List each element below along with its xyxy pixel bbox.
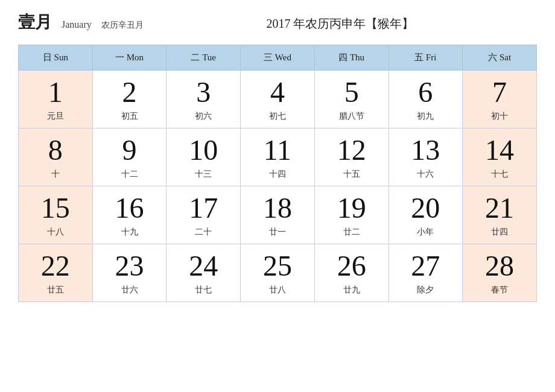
day-number-15: 15 (21, 192, 90, 224)
day-number-4: 4 (243, 77, 312, 109)
day-lunar-21: 廿四 (465, 227, 534, 238)
calendar-cell-14: 14十七 (463, 128, 537, 186)
day-lunar-2: 初五 (95, 111, 164, 122)
day-number-13: 13 (392, 134, 460, 166)
calendar-cell-23: 23廿六 (92, 244, 166, 302)
day-number-12: 12 (317, 134, 386, 166)
day-lunar-12: 十五 (317, 169, 386, 180)
lunar-month: 农历辛丑月 (101, 20, 144, 31)
day-lunar-10: 十三 (169, 169, 238, 180)
calendar-cell-10: 10十三 (166, 128, 241, 186)
calendar-cell-12: 12十五 (314, 128, 388, 186)
day-lunar-16: 十九 (95, 227, 164, 238)
day-number-26: 26 (317, 250, 386, 282)
weekday-header-sat: 六 Sat (463, 45, 537, 71)
day-lunar-3: 初六 (169, 111, 238, 122)
weekday-header-row: 日 Sun一 Mon二 Tue三 Wed四 Thu五 Fri六 Sat (19, 45, 537, 71)
day-lunar-14: 十七 (465, 169, 534, 180)
day-lunar-28: 春节 (465, 285, 534, 296)
day-number-1: 1 (21, 77, 90, 109)
day-lunar-13: 十六 (392, 169, 460, 180)
day-number-23: 23 (95, 250, 164, 282)
day-number-28: 28 (465, 250, 534, 282)
day-lunar-6: 初九 (392, 111, 460, 122)
weekday-header-wed: 三 Wed (241, 45, 315, 71)
day-lunar-24: 廿七 (169, 285, 238, 296)
calendar-page: 壹月 January 农历辛丑月 2017 年农历丙申年【猴年】 日 Sun一 … (0, 0, 555, 392)
calendar-cell-2: 2初五 (92, 71, 166, 128)
day-number-21: 21 (465, 192, 534, 224)
day-number-19: 19 (317, 192, 386, 224)
calendar-cell-25: 25廿八 (241, 244, 315, 302)
day-number-9: 9 (95, 134, 164, 166)
calendar-cell-24: 24廿七 (166, 244, 241, 302)
day-number-20: 20 (392, 192, 460, 224)
weekday-header-sun: 日 Sun (19, 45, 93, 71)
calendar-cell-19: 19廿二 (314, 186, 388, 244)
day-number-24: 24 (169, 250, 238, 282)
day-lunar-18: 廿一 (243, 227, 312, 238)
month-zh: 壹月 (18, 11, 52, 34)
year-info: 2017 年农历丙申年【猴年】 (266, 17, 414, 30)
weekday-header-fri: 五 Fri (388, 45, 463, 71)
calendar-cell-20: 20小年 (388, 186, 463, 244)
calendar-cell-28: 28春节 (463, 244, 537, 302)
day-number-17: 17 (169, 192, 238, 224)
calendar-cell-17: 17二十 (166, 186, 241, 244)
calendar-cell-27: 27除夕 (388, 244, 463, 302)
day-number-22: 22 (21, 250, 90, 282)
calendar-cell-8: 8十 (19, 128, 93, 186)
calendar-cell-5: 5腊八节 (314, 71, 388, 128)
day-number-3: 3 (169, 77, 238, 109)
calendar-cell-22: 22廿五 (19, 244, 93, 302)
day-number-25: 25 (243, 250, 312, 282)
calendar-cell-26: 26廿九 (314, 244, 388, 302)
week-row-1: 1元旦2初五3初六4初七5腊八节6初九7初十 (19, 71, 537, 128)
day-lunar-19: 廿二 (317, 227, 386, 238)
calendar-table: 日 Sun一 Mon二 Tue三 Wed四 Thu五 Fri六 Sat 1元旦2… (18, 45, 537, 302)
day-lunar-22: 廿五 (21, 285, 90, 296)
day-number-5: 5 (317, 77, 386, 109)
calendar-cell-9: 9十二 (92, 128, 166, 186)
day-lunar-8: 十 (21, 169, 90, 180)
day-lunar-17: 二十 (169, 227, 238, 238)
day-lunar-11: 十四 (243, 169, 312, 180)
day-lunar-15: 十八 (21, 227, 90, 238)
day-lunar-26: 廿九 (317, 285, 386, 296)
weekday-header-tue: 二 Tue (166, 45, 241, 71)
day-lunar-5: 腊八节 (317, 111, 386, 122)
week-row-4: 22廿五23廿六24廿七25廿八26廿九27除夕28春节 (19, 244, 537, 302)
calendar-header: 壹月 January 农历辛丑月 2017 年农历丙申年【猴年】 (18, 11, 537, 34)
calendar-cell-13: 13十六 (388, 128, 463, 186)
day-number-18: 18 (243, 192, 312, 224)
day-number-16: 16 (95, 192, 164, 224)
weekday-header-mon: 一 Mon (92, 45, 166, 71)
day-lunar-20: 小年 (392, 227, 460, 238)
day-number-2: 2 (95, 77, 164, 109)
day-lunar-7: 初十 (465, 111, 534, 122)
day-number-6: 6 (392, 77, 460, 109)
day-lunar-23: 廿六 (95, 285, 164, 296)
weekday-header-thu: 四 Thu (314, 45, 388, 71)
week-row-2: 8十9十二10十三11十四12十五13十六14十七 (19, 128, 537, 186)
day-lunar-25: 廿八 (243, 285, 312, 296)
day-lunar-4: 初七 (243, 111, 312, 122)
calendar-cell-1: 1元旦 (19, 71, 93, 128)
calendar-cell-7: 7初十 (463, 71, 537, 128)
calendar-cell-4: 4初七 (241, 71, 315, 128)
header-left: 壹月 January 农历辛丑月 (18, 11, 144, 34)
calendar-cell-18: 18廿一 (241, 186, 315, 244)
day-number-27: 27 (392, 250, 460, 282)
day-number-11: 11 (243, 134, 312, 166)
calendar-cell-6: 6初九 (388, 71, 463, 128)
calendar-cell-11: 11十四 (241, 128, 315, 186)
day-lunar-27: 除夕 (392, 285, 460, 296)
calendar-cell-15: 15十八 (19, 186, 93, 244)
calendar-cell-16: 16十九 (92, 186, 166, 244)
day-lunar-9: 十二 (95, 169, 164, 180)
day-number-8: 8 (21, 134, 90, 166)
day-number-14: 14 (465, 134, 534, 166)
calendar-cell-3: 3初六 (166, 71, 241, 128)
day-number-10: 10 (169, 134, 238, 166)
day-lunar-1: 元旦 (21, 111, 90, 122)
